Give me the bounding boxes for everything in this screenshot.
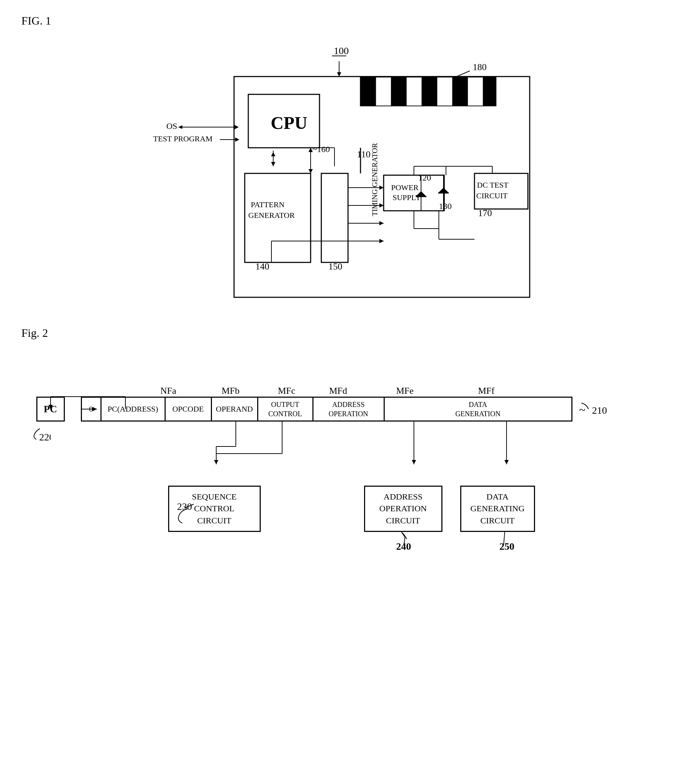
svg-text:OS: OS <box>166 121 177 131</box>
svg-rect-59 <box>360 77 376 106</box>
svg-text:180: 180 <box>473 62 487 72</box>
svg-line-110 <box>404 537 405 544</box>
seq-ctrl-label: SEQUENCECONTROLCIRCUIT <box>192 491 237 527</box>
svg-rect-60 <box>376 77 391 106</box>
svg-line-109 <box>401 532 405 537</box>
svg-text:TIMING GENERATOR: TIMING GENERATOR <box>370 143 379 216</box>
svg-rect-19 <box>248 94 320 148</box>
svg-text:POWER: POWER <box>391 183 419 192</box>
svg-text:CIRCUIT: CIRCUIT <box>476 191 508 200</box>
pc-box: PC <box>36 397 65 421</box>
svg-rect-63 <box>422 77 437 106</box>
svg-text:SUPPLY: SUPPLY <box>393 193 421 202</box>
svg-marker-52 <box>438 188 449 193</box>
svg-rect-22 <box>245 173 311 262</box>
svg-rect-62 <box>406 77 422 106</box>
svg-text:140: 140 <box>255 261 269 272</box>
svg-text:MFe: MFe <box>396 386 414 396</box>
instruction-register: 0 PC(ADDRESS) OPCODE OPERAND OUTPUTCONTR… <box>81 397 573 421</box>
svg-marker-36 <box>379 203 384 207</box>
svg-rect-18 <box>234 76 530 297</box>
svg-marker-37 <box>379 221 384 225</box>
svg-text:~160: ~160 <box>312 144 330 154</box>
svg-text:110: 110 <box>357 149 370 159</box>
svg-text:240: 240 <box>396 541 411 552</box>
svg-marker-103 <box>412 460 416 464</box>
fig2-diagram: NFa MFb MFc MFd MFe MFf <box>22 361 663 567</box>
field-data-generation: DATAGENERATION <box>385 398 571 421</box>
svg-rect-67 <box>483 77 496 106</box>
field-address-operation: ADDRESSOPERATION <box>313 398 385 421</box>
fig2-section: Fig. 2 NFa MFb MFc MFd MFe MFf <box>21 327 664 567</box>
svg-marker-3 <box>337 72 341 76</box>
svg-marker-98 <box>214 460 218 464</box>
svg-marker-48 <box>416 191 426 196</box>
svg-marker-105 <box>505 460 509 464</box>
field-output-control: OUTPUTCONTROL <box>258 398 313 421</box>
svg-marker-13 <box>235 138 239 142</box>
svg-text:MFb: MFb <box>222 386 240 396</box>
svg-text:120: 120 <box>418 173 431 182</box>
svg-text:MFc: MFc <box>278 386 295 396</box>
svg-marker-7 <box>234 125 239 129</box>
svg-rect-54 <box>474 173 528 209</box>
svg-text:DC TEST: DC TEST <box>477 180 509 190</box>
svg-text:~: ~ <box>579 403 585 416</box>
svg-text:CPU: CPU <box>271 113 307 133</box>
svg-text:150: 150 <box>328 261 342 272</box>
svg-rect-39 <box>384 175 444 211</box>
svg-text:MFd: MFd <box>329 386 347 396</box>
fig1-lines: 100 OS TEST PROGRAM <box>147 34 539 305</box>
svg-text:MFf: MFf <box>478 386 495 396</box>
svg-text:170: 170 <box>478 208 492 218</box>
svg-rect-61 <box>391 77 406 106</box>
fig2-label: Fig. 2 <box>21 327 664 340</box>
svg-text:NFa: NFa <box>160 386 176 396</box>
address-operation-circuit: ADDRESSOPERATIONCIRCUIT <box>364 486 442 532</box>
addr-op-label: ADDRESSOPERATIONCIRCUIT <box>379 491 427 527</box>
svg-text:TEST PROGRAM: TEST PROGRAM <box>153 134 212 143</box>
fig1-diagram: 100 OS TEST PROGRAM <box>147 34 539 305</box>
svg-marker-10 <box>234 125 239 129</box>
field-opcode: OPCODE <box>166 398 212 421</box>
svg-marker-16 <box>271 152 275 156</box>
field-operand: OPERAND <box>212 398 258 421</box>
fig1-label: FIG. 1 <box>21 14 664 28</box>
svg-text:100: 100 <box>334 45 349 56</box>
svg-marker-72 <box>308 148 313 152</box>
svg-rect-66 <box>468 77 483 106</box>
ref-220: 220 <box>29 427 50 444</box>
field-zero: 0 <box>82 398 102 421</box>
fig2-lines: NFa MFb MFc MFd MFe MFf <box>22 361 663 567</box>
svg-rect-65 <box>452 77 468 106</box>
svg-rect-26 <box>321 173 348 262</box>
data-generating-circuit: DATAGENERATINGCIRCUIT <box>460 486 535 532</box>
svg-text:210: 210 <box>592 405 607 416</box>
svg-rect-64 <box>437 77 452 106</box>
svg-text:250: 250 <box>499 541 515 552</box>
svg-line-69 <box>457 71 470 76</box>
svg-marker-71 <box>308 169 313 173</box>
svg-line-112 <box>504 532 505 544</box>
svg-marker-35 <box>379 186 384 190</box>
pc-label: PC <box>44 403 57 415</box>
svg-rect-58 <box>360 77 496 106</box>
svg-text:PATTERN: PATTERN <box>251 200 285 209</box>
sequence-control-circuit: SEQUENCECONTROLCIRCUIT <box>168 486 261 532</box>
svg-text:220: 220 <box>39 431 50 441</box>
field-pc-address: PC(ADDRESS) <box>102 398 166 421</box>
svg-text:GENERATOR: GENERATOR <box>248 211 295 220</box>
svg-marker-15 <box>271 162 275 166</box>
data-gen-label: DATAGENERATINGCIRCUIT <box>471 491 525 527</box>
svg-text:130: 130 <box>439 201 452 211</box>
svg-marker-9 <box>178 125 182 129</box>
fig1-section: FIG. 1 100 OS TEST PROGRAM <box>21 14 664 305</box>
svg-marker-38 <box>379 239 384 243</box>
